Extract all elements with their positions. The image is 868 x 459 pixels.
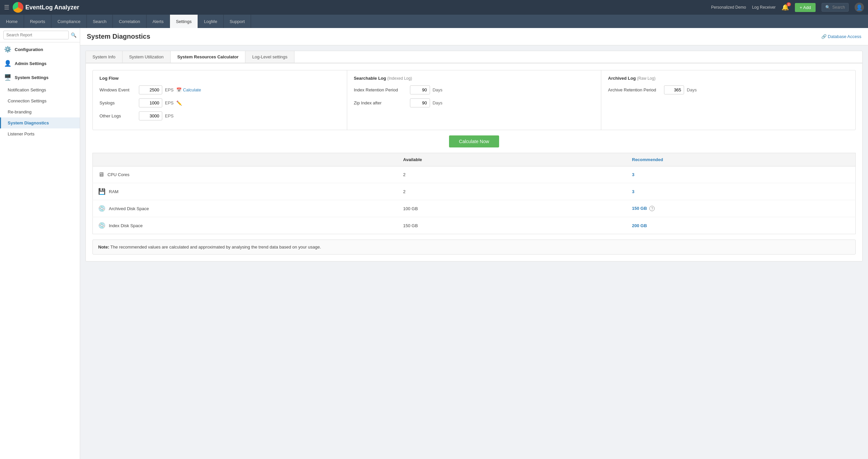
syslogs-edit-icon[interactable]: ✏️: [176, 100, 182, 106]
tabs: System Info System Utilization System Re…: [86, 51, 863, 63]
other-logs-unit: EPS: [165, 113, 174, 119]
sidebar-item-listener-ports[interactable]: Listener Ports: [0, 128, 80, 139]
resource-index-disk-name: 💿 Index Disk Space: [93, 217, 398, 234]
tab-system-resources-calculator[interactable]: System Resources Calculator: [170, 51, 246, 63]
resource-archived-disk-wrap: 💿 Archived Disk Space: [98, 205, 393, 212]
layout: 🔍 ⚙️ Configuration 👤 Admin Settings 🖥️ S…: [0, 28, 868, 459]
archived-log-subtitle: (Raw Log): [637, 76, 655, 81]
configuration-label: Configuration: [15, 47, 43, 52]
ram-available: 2: [398, 183, 627, 200]
external-link-icon: 🔗: [821, 34, 827, 39]
resource-cpu-name: 🖥 CPU Cores: [93, 166, 398, 183]
database-access-link[interactable]: 🔗 Database Access: [821, 34, 861, 39]
topbar: ☰ EventLog Analyzer Personalized Demo Lo…: [0, 0, 868, 15]
sidebar-section-system-settings[interactable]: 🖥️ System Settings: [0, 70, 80, 85]
nav-alerts[interactable]: Alerts: [147, 15, 170, 28]
cpu-recommended: 3: [627, 166, 856, 183]
note-label: Note:: [98, 244, 109, 250]
resources-table: Available Recommended 🖥 CPU Cores: [92, 153, 856, 234]
index-retention-input[interactable]: [410, 86, 430, 94]
ram-icon: 💾: [98, 188, 105, 195]
add-button[interactable]: + Add: [795, 3, 815, 12]
resource-ram-wrap: 💾 RAM: [98, 188, 393, 195]
search-topbar[interactable]: 🔍 Search: [822, 3, 849, 12]
nav-correlation[interactable]: Correlation: [113, 15, 147, 28]
zip-index-label: Zip Index after: [354, 100, 407, 105]
sidebar-item-rebranding[interactable]: Re-branding: [0, 106, 80, 118]
hamburger-icon[interactable]: ☰: [4, 4, 9, 11]
nav-compliance[interactable]: Compliance: [52, 15, 87, 28]
sidebar-item-connection-settings[interactable]: Connection Settings: [0, 95, 80, 106]
system-diagnostics-label: System Diagnostics: [8, 121, 49, 125]
search-icon: 🔍: [825, 5, 830, 10]
search-report-icon[interactable]: 🔍: [71, 32, 76, 38]
nav-home[interactable]: Home: [0, 15, 24, 28]
archived-disk-recommended: 150 GB ?: [627, 200, 856, 217]
cpu-available: 2: [398, 166, 627, 183]
nav-reports[interactable]: Reports: [24, 15, 52, 28]
log-flow-section: Log Flow Windows Event EPS 📅 Calculate: [93, 70, 347, 130]
archive-retention-unit: Days: [687, 88, 697, 92]
nav-support[interactable]: Support: [224, 15, 251, 28]
col-recommended: Recommended: [627, 153, 856, 166]
archive-retention-input[interactable]: [664, 86, 684, 94]
log-flow-grid: Log Flow Windows Event EPS 📅 Calculate: [92, 70, 856, 130]
admin-settings-label: Admin Settings: [15, 61, 46, 66]
note-text: The recommended values are calculated an…: [111, 244, 321, 250]
tab-log-level-settings[interactable]: Log-Level settings: [245, 51, 294, 63]
calculate-now-button[interactable]: Calculate Now: [449, 135, 499, 147]
resource-cpu-wrap: 🖥 CPU Cores: [98, 171, 393, 178]
sidebar-section-configuration[interactable]: ⚙️ Configuration: [0, 42, 80, 56]
index-disk-icon: 💿: [98, 222, 105, 229]
notification-settings-label: Notification Settings: [8, 88, 46, 92]
note-box: Note: The recommended values are calcula…: [92, 239, 856, 255]
log-receiver-link[interactable]: Log Receiver: [752, 5, 776, 10]
other-logs-label: Other Logs: [99, 113, 136, 119]
searchable-log-title: Searchable Log (Indexed Log): [354, 76, 595, 81]
table-row: 🖥 CPU Cores 2 3: [93, 166, 856, 183]
archive-retention-label: Archive Retention Period: [608, 88, 661, 92]
tab-system-info[interactable]: System Info: [86, 51, 123, 63]
other-logs-input[interactable]: [139, 111, 162, 121]
resource-archived-disk-name: 💿 Archived Disk Space: [93, 200, 398, 217]
resources-table-header-row: Available Recommended: [93, 153, 856, 166]
search-report-input[interactable]: [3, 31, 69, 39]
sidebar-item-system-diagnostics[interactable]: System Diagnostics: [0, 118, 80, 128]
bell-wrap: 🔔 2: [781, 4, 789, 11]
logo-text: EventLog Analyzer: [25, 4, 79, 11]
table-row: 💿 Index Disk Space 150 GB 200 GB: [93, 217, 856, 234]
rebranding-label: Re-branding: [8, 109, 32, 114]
syslogs-unit: EPS: [165, 100, 174, 105]
logo-icon: [13, 2, 23, 13]
connection-settings-label: Connection Settings: [8, 98, 46, 103]
zip-index-input[interactable]: [410, 98, 430, 107]
nav-logme[interactable]: LogMe: [198, 15, 224, 28]
col-resource: [93, 153, 398, 166]
search-report-wrap: 🔍: [0, 28, 80, 42]
nav-settings[interactable]: Settings: [170, 15, 198, 28]
syslogs-input[interactable]: [139, 98, 162, 107]
log-flow-title: Log Flow: [99, 76, 340, 81]
index-retention-unit: Days: [433, 88, 443, 92]
calculate-link[interactable]: 📅 Calculate: [176, 88, 201, 92]
calculate-now-wrap: Calculate Now: [92, 135, 856, 147]
zip-index-row: Zip Index after Days: [354, 98, 595, 107]
zip-index-unit: Days: [433, 100, 443, 105]
user-avatar[interactable]: 👤: [855, 3, 864, 12]
resource-index-disk-wrap: 💿 Index Disk Space: [98, 222, 393, 229]
table-row: 💾 RAM 2 3: [93, 183, 856, 200]
tab-system-utilization[interactable]: System Utilization: [123, 51, 170, 63]
personalized-demo-link[interactable]: Personalized Demo: [711, 5, 746, 10]
nav-search[interactable]: Search: [87, 15, 113, 28]
resources-table-head: Available Recommended: [93, 153, 856, 166]
sidebar-item-notification-settings[interactable]: Notification Settings: [0, 85, 80, 95]
archived-disk-help-icon[interactable]: ?: [649, 206, 655, 211]
sidebar-section-admin-settings[interactable]: 👤 Admin Settings: [0, 56, 80, 70]
archived-disk-available: 100 GB: [398, 200, 627, 217]
windows-event-input[interactable]: [139, 86, 162, 94]
resources-table-body: 🖥 CPU Cores 2 3 💾 RAM: [93, 166, 856, 234]
search-topbar-label: Search: [832, 5, 845, 10]
main-content: System Diagnostics 🔗 Database Access Sys…: [80, 28, 868, 459]
admin-settings-icon: 👤: [4, 60, 11, 67]
topbar-right: Personalized Demo Log Receiver 🔔 2 + Add…: [711, 3, 864, 12]
